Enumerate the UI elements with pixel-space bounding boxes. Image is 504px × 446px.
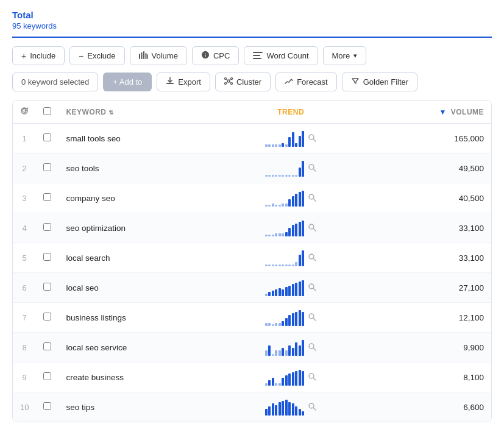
include-button[interactable]: + Include xyxy=(12,46,65,65)
svg-rect-5 xyxy=(253,52,263,53)
trend-search-icon[interactable] xyxy=(308,372,316,383)
volume-cell: 9,900 xyxy=(375,333,491,363)
row-checkbox-cell xyxy=(36,124,59,154)
keyword-cell: small tools seo xyxy=(59,124,207,154)
svg-rect-8 xyxy=(166,83,174,84)
cpc-label: CPC xyxy=(213,51,230,60)
svg-line-29 xyxy=(313,288,316,291)
table-row: 3company seo40,500 xyxy=(13,183,491,213)
keyword-col-header[interactable]: KEYWORD ⇅ xyxy=(59,101,207,124)
trend-chart xyxy=(265,339,305,356)
table-row: 10seo tips6,600 xyxy=(13,392,491,422)
wordcount-icon xyxy=(253,51,263,61)
keyword-cell: business listings xyxy=(59,303,207,333)
forecast-button[interactable]: Forecast xyxy=(275,73,337,91)
golden-filter-button[interactable]: Golden Filter xyxy=(342,73,417,91)
keyword-cell: seo optimization xyxy=(59,213,207,243)
volume-cell: 33,100 xyxy=(375,213,491,243)
row-checkbox[interactable] xyxy=(43,193,51,201)
trend-chart xyxy=(265,130,305,147)
row-checkbox[interactable] xyxy=(43,223,51,231)
trend-cell xyxy=(207,303,375,333)
export-button[interactable]: Export xyxy=(157,73,210,91)
cluster-button[interactable]: Cluster xyxy=(215,73,271,91)
row-checkbox-cell xyxy=(36,392,59,422)
row-number: 6 xyxy=(13,273,36,303)
trend-chart xyxy=(265,398,305,416)
cpc-icon xyxy=(201,51,210,61)
row-checkbox-cell xyxy=(36,243,59,273)
svg-line-16 xyxy=(226,82,227,83)
keyword-selected-button[interactable]: 0 keyword selected xyxy=(12,73,98,91)
svg-line-21 xyxy=(313,169,316,171)
refresh-icon[interactable] xyxy=(20,108,29,117)
trend-search-icon[interactable] xyxy=(308,313,316,323)
exclude-label: Exclude xyxy=(87,51,115,60)
add-to-button[interactable]: + Add to xyxy=(103,73,152,91)
row-checkbox[interactable] xyxy=(43,133,51,141)
svg-line-19 xyxy=(313,139,316,141)
row-checkbox[interactable] xyxy=(43,253,51,261)
trend-col-header: TREND xyxy=(207,101,375,124)
action-bar: 0 keyword selected + Add to Export Clust… xyxy=(12,73,492,91)
trend-search-icon[interactable] xyxy=(308,193,316,204)
row-number: 9 xyxy=(13,363,36,392)
svg-rect-7 xyxy=(253,58,261,59)
trend-search-icon[interactable] xyxy=(308,223,316,233)
keyword-table: KEYWORD ⇅ TREND ▼ VOLUME 1small tools se… xyxy=(12,100,492,422)
row-checkbox[interactable] xyxy=(43,313,51,320)
trend-search-icon[interactable] xyxy=(308,283,316,293)
trend-cell xyxy=(207,363,375,392)
svg-line-15 xyxy=(229,79,230,80)
volume-button[interactable]: Volume xyxy=(130,46,187,65)
svg-rect-6 xyxy=(253,55,260,56)
wordcount-button[interactable]: Word Count xyxy=(244,46,318,65)
row-number: 10 xyxy=(13,392,36,422)
table-row: 1small tools seo165,000 xyxy=(13,124,491,154)
refresh-col-header xyxy=(13,101,36,124)
trend-search-icon[interactable] xyxy=(308,402,316,412)
volume-col-header[interactable]: ▼ VOLUME xyxy=(375,101,491,124)
trend-chart xyxy=(265,369,305,386)
row-number: 8 xyxy=(13,333,36,363)
trend-cell xyxy=(207,213,375,243)
wordcount-label: Word Count xyxy=(266,51,308,60)
trend-search-icon[interactable] xyxy=(308,133,316,144)
trend-search-icon[interactable] xyxy=(308,253,316,263)
trend-search-icon[interactable] xyxy=(308,163,316,174)
table-row: 2seo tools49,500 xyxy=(13,154,491,183)
volume-cell: 6,600 xyxy=(375,392,491,422)
select-all-checkbox[interactable] xyxy=(43,107,51,115)
volume-cell: 33,100 xyxy=(375,243,491,273)
check-col-header xyxy=(36,101,59,124)
row-checkbox-cell xyxy=(36,333,59,363)
keyword-cell: local search xyxy=(59,243,207,273)
golden-filter-icon xyxy=(351,77,360,87)
volume-cell: 8,100 xyxy=(375,363,491,392)
volume-sort-icon: ▼ xyxy=(439,108,447,116)
export-icon xyxy=(166,77,174,87)
row-checkbox[interactable] xyxy=(43,372,51,380)
more-button[interactable]: More ▾ xyxy=(323,46,367,65)
row-number: 1 xyxy=(13,124,36,154)
trend-cell xyxy=(207,124,375,154)
svg-rect-3 xyxy=(145,53,146,59)
table-row: 6local seo27,100 xyxy=(13,273,491,303)
volume-cell: 49,500 xyxy=(375,154,491,183)
trend-cell xyxy=(207,333,375,363)
trend-label: TREND xyxy=(277,108,304,116)
row-checkbox[interactable] xyxy=(43,342,51,350)
row-number: 3 xyxy=(13,183,36,213)
exclude-button[interactable]: − Exclude xyxy=(69,46,124,65)
cluster-icon xyxy=(224,77,233,87)
row-checkbox-cell xyxy=(36,363,59,392)
row-checkbox-cell xyxy=(36,154,59,183)
trend-search-icon[interactable] xyxy=(308,342,316,353)
svg-line-35 xyxy=(313,378,316,380)
cpc-button[interactable]: CPC xyxy=(192,46,239,65)
table-row: 7business listings12,100 xyxy=(13,303,491,333)
row-checkbox[interactable] xyxy=(43,163,51,171)
row-checkbox[interactable] xyxy=(43,283,51,291)
row-checkbox[interactable] xyxy=(43,402,51,410)
svg-rect-4 xyxy=(147,54,148,59)
